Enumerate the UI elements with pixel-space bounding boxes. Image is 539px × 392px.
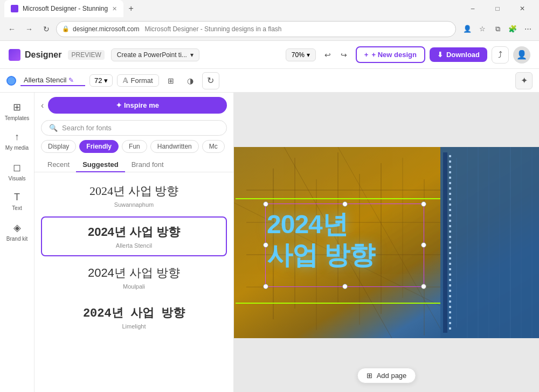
back-button[interactable]: ← [4,22,19,37]
sidebar-item-visuals[interactable]: ◻ Visuals [3,157,31,185]
font-size-value: 72 [94,76,102,85]
profile-icon[interactable]: 👤 [460,22,474,36]
add-page-label: Add page [377,372,407,380]
svg-rect-22 [449,177,451,179]
canvas-image[interactable]: 2024년 사업 방향 ↺ [234,147,539,338]
search-icon: 🔍 [49,124,58,132]
address-bar[interactable]: 🔒 designer.microsoft.com Microsoft Desig… [56,21,456,37]
tab-brand-font[interactable]: Brand font [125,157,170,172]
main-content: ⊞ Templates ↑ My media ◻ Visuals T Text … [0,93,539,392]
font-item-suwannaphum[interactable]: 2024년 사업 방향 Suwannaphum [41,177,227,214]
font-search-field[interactable]: 🔍 Search for fonts [41,120,227,136]
font-color-button[interactable] [6,76,16,86]
svg-rect-26 [449,198,451,200]
tab-close-button[interactable]: ✕ [112,5,117,12]
filter-handwritten[interactable]: Handwritten [150,140,199,153]
font-edit-icon: ✎ [68,76,74,84]
svg-rect-41 [449,279,451,281]
contrast-icon[interactable]: ◑ [183,73,198,88]
add-page-button[interactable]: ⊞ Add page [357,368,416,383]
breadcrumb-button[interactable]: Create a PowerPoint ti... ▾ [111,48,199,61]
redo-button[interactable]: ↪ [336,47,351,62]
svg-rect-50 [449,327,451,330]
filter-more[interactable]: Mc [202,140,225,153]
forward-button[interactable]: → [22,22,37,37]
font-panel-header: ‹ ✦ Inspire me [34,93,233,118]
sidebar-item-templates[interactable]: ⊞ Templates [3,97,31,125]
breadcrumb-chevron-icon: ▾ [190,51,194,59]
handle-bottom-right[interactable] [421,284,426,289]
extensions-icon[interactable]: 🧩 [506,22,520,36]
collections-icon[interactable]: ⧉ [490,22,505,36]
regenerate-button[interactable]: ↻ [202,72,219,89]
new-tab-button[interactable]: + [123,1,139,16]
sidebar-label-brand-kit: Brand kit [6,236,27,242]
tab-suggested[interactable]: Suggested [76,157,125,172]
tab-favicon [11,5,18,12]
font-size-control[interactable]: 72 ▾ [89,74,113,87]
font-tabs: Recent Suggested Brand font [34,157,233,172]
font-label-limelight: Limelight [47,323,220,330]
download-button[interactable]: ⬇ Download [430,47,487,62]
share-button[interactable]: ⤴ [492,46,509,64]
font-item-moulpali[interactable]: 2024년 사업 방향 Moulpali [41,258,227,296]
font-item-limelight[interactable]: 2024년 사업 방향 Limelight [41,298,227,336]
filter-fun[interactable]: Fun [122,140,147,153]
font-name-field[interactable]: Allerta Stencil ✎ [20,75,85,86]
svg-rect-34 [449,241,451,243]
browser-tab[interactable]: Microsoft Designer - Stunning ✕ [4,0,123,17]
canvas-wrapper: 2024년 사업 방향 ↺ [234,147,539,338]
svg-rect-40 [449,274,451,276]
tab-recent[interactable]: Recent [41,157,76,172]
new-design-button[interactable]: + + New design [356,46,425,63]
sidebar-item-my-media[interactable]: ↑ My media [3,127,31,155]
refresh-button[interactable]: ↻ [39,22,54,37]
svg-rect-30 [449,220,451,222]
designer-logo-icon [9,49,20,61]
canvas-text[interactable]: 2024년 사업 방향 [267,209,418,271]
new-design-label: + New design [371,51,416,59]
font-item-allerta-stencil[interactable]: 2024년 사업 방향 Allerta Stencil [41,216,227,256]
handle-top-right[interactable] [421,201,426,207]
handle-bottom-left[interactable] [263,284,268,289]
inspire-label: ✦ Inspire me [116,101,159,109]
favorites-icon[interactable]: ☆ [475,22,489,36]
panel-back-button[interactable]: ‹ [41,101,44,110]
url-domain: designer.microsoft.com [73,25,139,33]
svg-rect-36 [449,252,451,254]
minimize-button[interactable]: – [460,0,485,17]
zoom-control[interactable]: 70% ▾ [286,48,316,61]
handle-bottom-middle[interactable] [342,284,348,289]
settings-icon[interactable]: ⋯ [521,22,535,36]
format-button[interactable]: 𝔸 Format [117,74,158,87]
templates-icon: ⊞ [13,101,21,113]
filter-display[interactable]: Display [41,140,76,153]
svg-rect-33 [449,236,451,238]
font-preview-moulpali: 2024년 사업 방향 [47,265,220,281]
format-label: Format [130,76,153,85]
header-actions: 70% ▾ ↩ ↪ + + New design ⬇ Download ⤴ 👤 [286,46,530,64]
svg-rect-16 [440,147,539,338]
sidebar-item-brand-kit[interactable]: ◈ Brand kit [3,218,31,246]
svg-rect-18 [449,155,451,157]
undo-button[interactable]: ↩ [320,47,335,62]
svg-rect-44 [449,295,451,297]
handle-top-middle[interactable] [342,201,348,207]
svg-rect-24 [449,187,451,190]
font-preview-suwannaphum: 2024년 사업 방향 [47,183,220,199]
profile-button[interactable]: 👤 [513,46,530,64]
font-style-icon[interactable]: ⊞ [163,73,178,88]
inspire-button[interactable]: ✦ Inspire me [48,97,227,114]
close-button[interactable]: ✕ [510,0,535,17]
my-media-icon: ↑ [15,131,19,143]
sidebar-item-text[interactable]: T Text [3,187,31,215]
font-list: 2024년 사업 방향 Suwannaphum 2024년 사업 방향 Alle… [34,172,233,392]
brand-kit-icon: ◈ [13,222,21,234]
filter-friendly[interactable]: Friendly [79,140,119,153]
handle-top-left[interactable] [263,201,268,207]
svg-rect-49 [449,322,451,324]
handle-middle-right[interactable] [421,242,426,248]
ai-effects-button[interactable]: ✦ [515,72,533,89]
maximize-button[interactable]: □ [485,0,510,17]
visuals-icon: ◻ [13,162,21,173]
